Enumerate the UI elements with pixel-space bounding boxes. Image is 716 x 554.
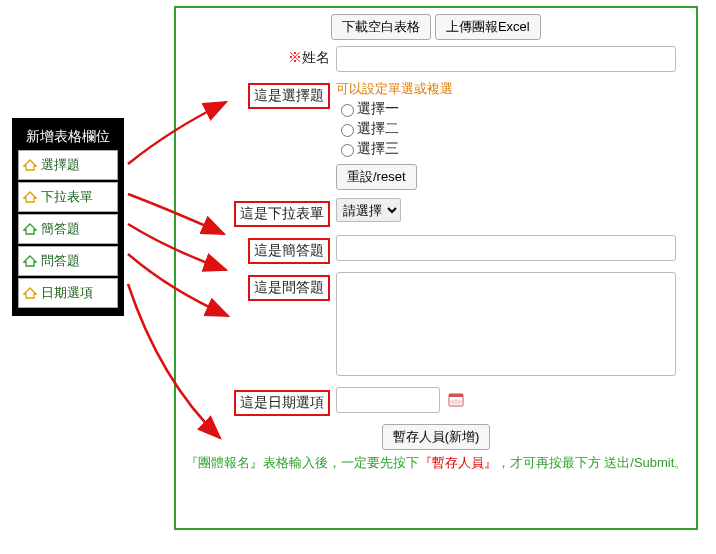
sidebar-item-label: 選擇題 bbox=[41, 156, 80, 174]
sidebar-item-label: 日期選項 bbox=[41, 284, 93, 302]
save-temp-button[interactable]: 暫存人員(新增) bbox=[382, 424, 491, 450]
sidebar-item-date[interactable]: 日期選項 bbox=[18, 278, 118, 308]
label-short: 這是簡答題 bbox=[182, 235, 336, 264]
add-field-sidebar: 新增表格欄位 選擇題 下拉表單 簡答題 問答題 日期選項 bbox=[12, 118, 124, 316]
house-icon bbox=[23, 287, 37, 299]
choice-opt-1[interactable]: 選擇一 bbox=[336, 100, 399, 116]
house-icon bbox=[23, 255, 37, 267]
required-mark: ※ bbox=[288, 49, 302, 65]
sidebar-item-short[interactable]: 簡答題 bbox=[18, 214, 118, 244]
sidebar-item-label: 下拉表單 bbox=[41, 188, 93, 206]
row-essay: 這是問答題 bbox=[182, 272, 690, 379]
house-icon bbox=[23, 223, 37, 235]
label-essay: 這是問答題 bbox=[182, 272, 336, 301]
choice-hint: 可以設定單選或複選 bbox=[336, 81, 453, 96]
form-container: 下載空白表格 上傳團報Excel ※姓名 這是選擇題 可以設定單選或複選 選擇一… bbox=[174, 6, 698, 530]
row-short: 這是簡答題 bbox=[182, 235, 690, 264]
row-name: ※姓名 bbox=[182, 46, 690, 72]
house-icon bbox=[23, 191, 37, 203]
reset-button[interactable]: 重設/reset bbox=[336, 164, 417, 190]
house-icon bbox=[23, 159, 37, 171]
svg-rect-1 bbox=[449, 394, 463, 397]
choice-opt-3[interactable]: 選擇三 bbox=[336, 140, 399, 156]
essay-textarea[interactable] bbox=[336, 272, 676, 376]
date-input[interactable] bbox=[336, 387, 440, 413]
row-date: 這是日期選項 bbox=[182, 387, 690, 416]
sidebar-item-essay[interactable]: 問答題 bbox=[18, 246, 118, 276]
row-dropdown: 這是下拉表單 請選擇 bbox=[182, 198, 690, 227]
sidebar-title: 新增表格欄位 bbox=[18, 124, 118, 150]
top-buttons: 下載空白表格 上傳團報Excel bbox=[182, 14, 690, 40]
row-choice: 這是選擇題 可以設定單選或複選 選擇一 選擇二 選擇三 重設/reset bbox=[182, 80, 690, 190]
calendar-icon[interactable] bbox=[448, 392, 464, 410]
name-input[interactable] bbox=[336, 46, 676, 72]
download-blank-button[interactable]: 下載空白表格 bbox=[331, 14, 431, 40]
sidebar-item-label: 問答題 bbox=[41, 252, 80, 270]
sidebar-item-choice[interactable]: 選擇題 bbox=[18, 150, 118, 180]
sidebar-item-dropdown[interactable]: 下拉表單 bbox=[18, 182, 118, 212]
label-date: 這是日期選項 bbox=[182, 387, 336, 416]
label-dropdown: 這是下拉表單 bbox=[182, 198, 336, 227]
footer-note: 『團體報名』表格輸入後，一定要先按下『暫存人員』，才可再按最下方 送出/Subm… bbox=[182, 454, 690, 472]
sidebar-item-label: 簡答題 bbox=[41, 220, 80, 238]
short-answer-input[interactable] bbox=[336, 235, 676, 261]
label-name: ※姓名 bbox=[182, 46, 336, 67]
choice-opt-2[interactable]: 選擇二 bbox=[336, 120, 399, 136]
label-choice: 這是選擇題 bbox=[182, 80, 336, 109]
dropdown-select[interactable]: 請選擇 bbox=[336, 198, 401, 222]
upload-excel-button[interactable]: 上傳團報Excel bbox=[435, 14, 541, 40]
